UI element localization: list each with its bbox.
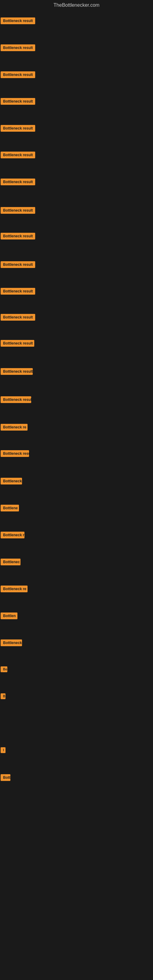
bottleneck-badge[interactable]: Bottleneck re (1, 424, 27, 431)
bottleneck-badge[interactable]: Bottleneck resu (1, 450, 29, 457)
bottleneck-item: Bottleneck result (1, 18, 35, 25)
bottleneck-item: Bottleneck re (1, 424, 27, 432)
bottleneck-item: Bottleneck re (1, 585, 27, 593)
bottleneck-item: Bottleneck (1, 478, 22, 486)
bottleneck-badge[interactable]: Bottleneck r (1, 531, 24, 538)
bottleneck-item: Bott (1, 774, 10, 782)
bottleneck-badge[interactable]: Bottleneck result (1, 125, 35, 132)
bottleneck-item: I (1, 747, 5, 754)
bottleneck-item: Bottleneck result (1, 72, 35, 79)
bottleneck-item: Bottleneck result (1, 45, 35, 52)
bottleneck-badge[interactable]: Bo (1, 667, 7, 672)
bottleneck-item: Bottleneck result (1, 368, 33, 376)
bottleneck-item: B (1, 694, 5, 700)
bottleneck-item: Bottleneck resu (1, 450, 29, 458)
bottleneck-badge[interactable]: Bottleneck result (1, 396, 31, 403)
bottleneck-badge[interactable]: Bott (1, 774, 10, 781)
bottleneck-badge[interactable]: Bottleneck result (1, 288, 35, 294)
bottleneck-item: Bottlen (1, 612, 18, 620)
bottleneck-badge[interactable]: Bottleneck re (1, 585, 27, 592)
bottleneck-badge[interactable]: Bottleneck result (1, 98, 35, 105)
bottleneck-badge[interactable]: Bottleneck result (1, 151, 35, 158)
bottleneck-badge[interactable]: Bottleneck result (1, 178, 35, 185)
site-title-bar: TheBottlenecker.com (0, 0, 153, 12)
bottleneck-item: Bottleneck result (1, 396, 31, 404)
bottleneck-badge[interactable]: Bottleneck result (1, 207, 35, 214)
bottleneck-badge[interactable]: Bottlene (1, 505, 19, 511)
bottleneck-badge[interactable]: I (1, 747, 5, 753)
bottleneck-item: Bottleneck (1, 640, 22, 648)
bottleneck-item: Bottleneck r (1, 531, 24, 539)
bottleneck-item: Bottleneck result (1, 178, 35, 186)
bottleneck-badge[interactable]: Bottleneck result (1, 261, 35, 268)
bottleneck-badge[interactable]: Bottleneck result (1, 340, 34, 347)
bottleneck-item: Bottleneck result (1, 288, 35, 296)
bottleneck-badge[interactable]: Bottleneck (1, 478, 22, 485)
bottleneck-item: Bottleneck result (1, 125, 35, 133)
bottleneck-badge[interactable]: Bottleneck result (1, 314, 35, 321)
bottleneck-badge[interactable]: B (1, 694, 5, 699)
site-title: TheBottlenecker.com (0, 0, 153, 12)
bottleneck-item: Bottleneck result (1, 207, 35, 215)
bottleneck-item: Bottlene (1, 505, 19, 513)
bottleneck-badge[interactable]: Bottlen (1, 612, 18, 619)
bottleneck-badge[interactable]: Bottleneck result (1, 368, 33, 375)
bottleneck-item: Bottleneck result (1, 151, 35, 159)
bottleneck-item: Bottleneck result (1, 233, 35, 241)
bottleneck-badge[interactable]: Bottlenec (1, 558, 21, 565)
bottleneck-item: Bottleneck result (1, 98, 35, 106)
bottleneck-item: Bottleneck result (1, 340, 34, 348)
bottleneck-badge[interactable]: Bottleneck (1, 640, 22, 646)
bottleneck-badge[interactable]: Bottleneck result (1, 72, 35, 78)
bottleneck-item: Bottlenec (1, 558, 21, 566)
bottleneck-item: Bottleneck result (1, 261, 35, 269)
bottleneck-item: Bo (1, 667, 7, 673)
bottleneck-badge[interactable]: Bottleneck result (1, 18, 35, 24)
bottleneck-badge[interactable]: Bottleneck result (1, 233, 35, 240)
bottleneck-badge[interactable]: Bottleneck result (1, 45, 35, 51)
bottleneck-item: Bottleneck result (1, 314, 35, 322)
